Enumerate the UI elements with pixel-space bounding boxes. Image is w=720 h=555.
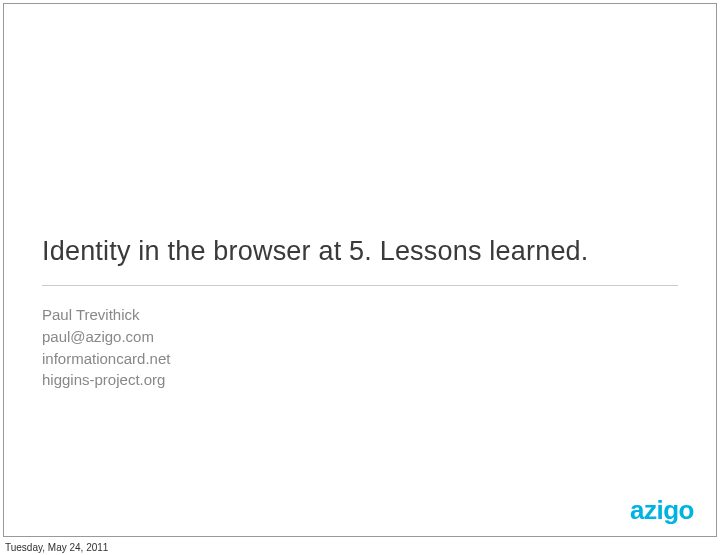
- author-block: Paul Trevithick paul@azigo.com informati…: [42, 304, 678, 391]
- author-email: paul@azigo.com: [42, 326, 678, 348]
- author-name: Paul Trevithick: [42, 304, 678, 326]
- author-site-1: informationcard.net: [42, 348, 678, 370]
- title-divider: [42, 285, 678, 286]
- slide-frame: Identity in the browser at 5. Lessons le…: [3, 3, 717, 537]
- footer-date: Tuesday, May 24, 2011: [5, 542, 108, 553]
- azigo-logo: azigo: [630, 495, 694, 526]
- slide-content: Identity in the browser at 5. Lessons le…: [42, 236, 678, 391]
- slide-title: Identity in the browser at 5. Lessons le…: [42, 236, 678, 267]
- author-site-2: higgins-project.org: [42, 369, 678, 391]
